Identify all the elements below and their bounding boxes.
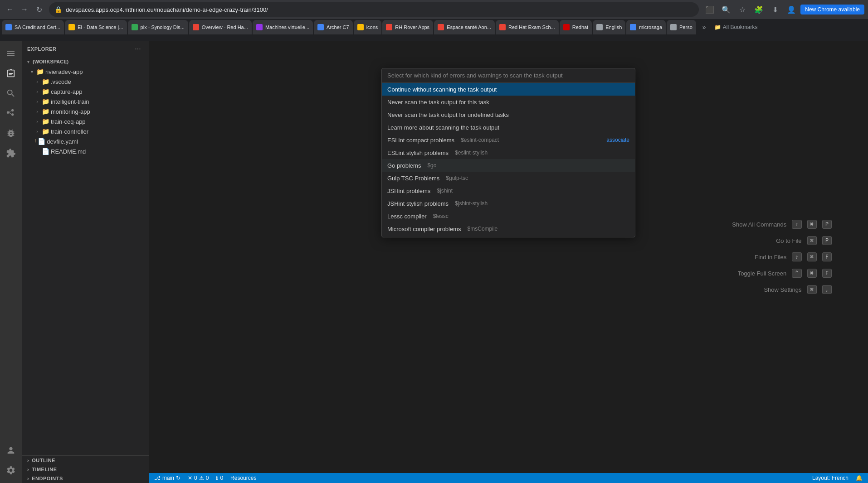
file-readme-label: README.md [51, 148, 86, 155]
dropdown-item-never-this-label: Never scan the task output for this task [387, 99, 489, 106]
dropdown-search-input[interactable] [387, 72, 629, 79]
profile-button[interactable]: 👤 [784, 2, 799, 17]
activity-icon-search[interactable] [2, 84, 20, 102]
back-button[interactable]: ← [4, 3, 16, 16]
all-bookmarks-text[interactable]: All Bookmarks [723, 24, 758, 30]
dropdown-item-learn-more-label: Learn more about scanning the task outpu… [387, 124, 499, 131]
associate-link[interactable]: associate [606, 137, 629, 143]
dropdown-item-lessc[interactable]: Lessc compiler $lessc [382, 210, 635, 222]
tab-icons[interactable]: icons [354, 20, 382, 34]
folder-train-controller-icon: 📁 [42, 128, 49, 135]
dropdown-item-go-problems[interactable]: Go problems $go [382, 159, 635, 172]
address-lock-icon: 🔒 [54, 6, 62, 13]
file-readme-md[interactable]: 📄 README.md [22, 146, 149, 156]
sidebar-actions: ··· [132, 43, 143, 54]
tab-favicon-pix [132, 24, 138, 30]
activity-icon-account[interactable] [2, 441, 20, 459]
dropdown-item-never-undefined[interactable]: Never scan the task output for undefined… [382, 108, 635, 121]
tab-espace-sante[interactable]: Espace santé Aon... [434, 20, 495, 34]
tab-ei[interactable]: EI - Data Science |... [65, 20, 127, 34]
workspace-root[interactable]: ▾ (WORKSPACE) [22, 57, 149, 67]
address-bar[interactable]: 🔒 devspaces.apps.ocp4.mthirion.eu/mouach… [49, 2, 699, 17]
tab-redhat[interactable]: Redhat [560, 20, 592, 34]
folder-monitoring-app[interactable]: › 📁 monitoring-app [22, 106, 149, 116]
tab-favicon-eng [596, 24, 603, 30]
dropdown-item-continue[interactable]: Continue without scanning the task outpu… [382, 83, 635, 96]
file-devfile-yaml[interactable]: ! 📄 devfile.yaml [22, 136, 149, 146]
dropdown-item-gulp-tsc[interactable]: Gulp TSC Problems $gulp-tsc [382, 172, 635, 184]
dropdown-item-continue-left: Continue without scanning the task outpu… [387, 86, 497, 93]
new-file-button[interactable]: ··· [132, 43, 143, 54]
folder-rivieradev-app[interactable]: ▾ 📁 rivieradev-app [22, 67, 149, 77]
tab-english[interactable]: English [593, 20, 625, 34]
dropdown-list: Continue without scanning the task outpu… [382, 83, 635, 237]
dropdown-item-jshint-stylish-name: JSHint stylish problems [387, 200, 449, 207]
endpoints-expand-arrow: › [27, 476, 29, 481]
folder-capture-app[interactable]: › 📁 capture-app [22, 87, 149, 97]
dropdown-container: Continue without scanning the task outpu… [381, 68, 635, 237]
dropdown-item-jshint-stylish-detail: $jshint-stylish [455, 200, 488, 207]
activity-icon-extensions[interactable] [2, 144, 20, 162]
timeline-label: TIMELINE [32, 467, 57, 472]
dropdown-item-eslint-stylish-left: ESLint stylish problems $eslint-stylish [387, 150, 488, 156]
browser-tabs: SA Credit and Cert... EI - Data Science … [0, 19, 868, 35]
outline-section-header[interactable]: › OUTLINE [22, 456, 149, 465]
more-tabs-button[interactable]: » [697, 20, 712, 34]
tab-label-overview: Overview - Red Ha... [202, 24, 248, 30]
dropdown-item-node-sass[interactable]: Node Sass Compiler $node-sass [382, 235, 635, 237]
tab-perso[interactable]: Perso [667, 20, 696, 34]
tab-favicon-mac [256, 24, 263, 30]
extensions-button[interactable]: 🧩 [751, 2, 766, 17]
dropdown-item-jshint-stylish[interactable]: JSHint stylish problems $jshint-stylish [382, 197, 635, 210]
outline-expand-arrow: › [27, 458, 29, 463]
dropdown-item-never-undefined-label: Never scan the task output for undefined… [387, 111, 509, 118]
forward-button[interactable]: → [18, 3, 31, 16]
dropdown-item-eslint-stylish[interactable]: ESLint stylish problems $eslint-stylish [382, 146, 635, 159]
tab-favicon-red [563, 24, 570, 30]
tab-rh-exam[interactable]: Red Hat Exam Sch... [496, 20, 559, 34]
dropdown-search-area [382, 68, 635, 83]
timeline-section-header[interactable]: › TIMELINE [22, 465, 149, 474]
tab-microsaga[interactable]: microsaga [626, 20, 666, 34]
tab-rh-rover[interactable]: RH Rover Apps [382, 20, 433, 34]
tab-archer[interactable]: Archer C7 [314, 20, 353, 34]
dropdown-item-continue-label: Continue without scanning the task outpu… [387, 86, 497, 93]
tab-machines[interactable]: Machines virtuelle... [253, 20, 313, 34]
tab-sa[interactable]: SA Credit and Cert... [2, 20, 64, 34]
folder-monitoring-label: monitoring-app [51, 108, 90, 115]
activity-icon-source-control[interactable] [2, 104, 20, 122]
folder-train-ceq-app[interactable]: › 📁 train-ceq-app [22, 116, 149, 126]
dropdown-item-mscompile[interactable]: Microsoft compiler problems $msCompile [382, 222, 635, 235]
tab-label-english: English [605, 24, 622, 30]
tab-overview[interactable]: Overview - Red Ha... [189, 20, 252, 34]
activity-icon-settings[interactable] [2, 461, 20, 479]
dropdown-item-gulp-tsc-name: Gulp TSC Problems [387, 175, 439, 182]
download-button[interactable]: ⬇ [768, 2, 782, 17]
folder-vscode-icon: 📁 [42, 78, 49, 85]
dropdown-item-jshint[interactable]: JSHint problems $jshint [382, 184, 635, 197]
zoom-button[interactable]: 🔍 [719, 2, 733, 17]
file-devfile-label: devfile.yaml [47, 138, 78, 145]
folder-intelligent-train[interactable]: › 📁 intelligent-train [22, 97, 149, 106]
folder-train-controller[interactable]: › 📁 train-controller [22, 126, 149, 136]
warn-icon-devfile: ! [34, 138, 36, 145]
cast-button[interactable]: ⬛ [702, 2, 717, 17]
reload-button[interactable]: ↻ [33, 3, 45, 16]
file-yaml-icon: 📄 [38, 138, 45, 145]
dropdown-item-eslint-compact[interactable]: ESLint compact problems $eslint-compact … [382, 134, 635, 146]
dropdown-item-learn-more[interactable]: Learn more about scanning the task outpu… [382, 121, 635, 134]
activity-icon-debug[interactable] [2, 124, 20, 142]
folder-train-controller-label: train-controller [51, 128, 88, 135]
endpoints-section-header[interactable]: › ENDPOINTS [22, 474, 149, 483]
tab-pix[interactable]: pix - Synology Dis... [128, 20, 188, 34]
tab-favicon-ico [357, 24, 364, 30]
endpoints-label: ENDPOINTS [32, 476, 63, 481]
new-chrome-badge[interactable]: New Chrome available [800, 5, 864, 14]
dropdown-item-go-problems-detail: $go [427, 162, 436, 169]
dropdown-item-gulp-tsc-detail: $gulp-tsc [446, 175, 468, 181]
activity-icon-explorer[interactable] [2, 64, 20, 82]
star-button[interactable]: ☆ [735, 2, 750, 17]
dropdown-item-never-this[interactable]: Never scan the task output for this task [382, 96, 635, 108]
activity-icon-menu[interactable] [2, 44, 20, 63]
folder-vscode[interactable]: › 📁 .vscode [22, 77, 149, 87]
